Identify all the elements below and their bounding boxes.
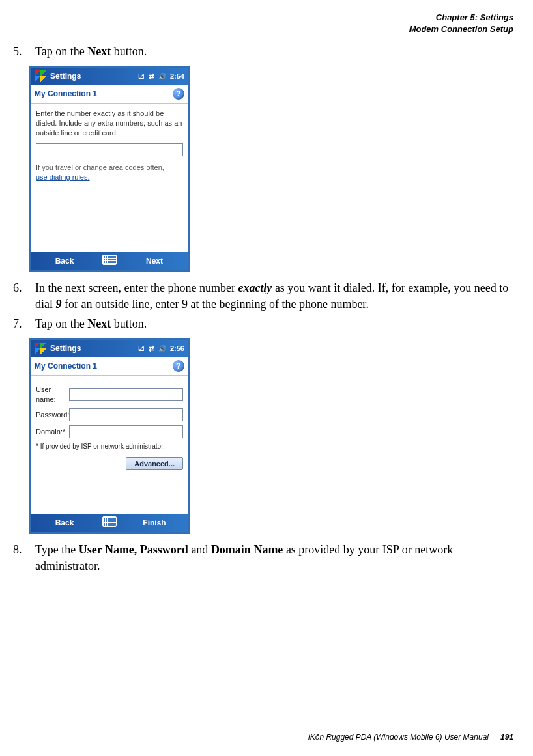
- advanced-button[interactable]: Advanced...: [126, 457, 183, 470]
- page-number: 191: [500, 733, 513, 742]
- text: and: [188, 543, 211, 556]
- clock-time: 2:56: [170, 344, 184, 354]
- step-number: 6.: [13, 280, 35, 312]
- clock-time: 2:54: [170, 72, 184, 81]
- pda-subheader: My Connection 1 ?: [31, 85, 188, 104]
- step-5: 5. Tap on the Next button.: [13, 44, 513, 59]
- pda-title: Settings: [50, 343, 81, 354]
- domain-row: Domain:*: [36, 425, 183, 438]
- keyboard-button[interactable]: [98, 255, 121, 268]
- pda-body: User name: Password: Domain:* * If provi…: [31, 376, 188, 514]
- volume-icon: [158, 344, 166, 354]
- finish-button[interactable]: Finish: [121, 518, 188, 528]
- pda-subheader: My Connection 1 ?: [31, 357, 188, 376]
- connection-name: My Connection 1: [35, 361, 97, 371]
- page-header: Chapter 5: Settings Modem Connection Set…: [13, 12, 513, 35]
- pda-title: Settings: [50, 71, 81, 81]
- step-number: 7.: [13, 316, 35, 331]
- page-footer: iKôn Rugged PDA (Windows Mobile 6) User …: [20, 733, 513, 742]
- username-label: User name:: [36, 385, 69, 404]
- bold-word: Next: [87, 317, 111, 330]
- pda-title-bar: Settings 2:56: [31, 340, 188, 357]
- pda-bottom-bar: Back Next: [31, 252, 188, 270]
- emph-word: 9: [56, 298, 62, 311]
- text: button.: [111, 45, 147, 58]
- screenshot-1: Settings 2:54 My Connection 1 ? Enter th…: [29, 66, 513, 272]
- text: Tap on the: [35, 317, 87, 330]
- network-icon: [149, 344, 154, 354]
- keyboard-icon: [102, 255, 117, 265]
- back-button[interactable]: Back: [31, 518, 98, 528]
- status-icons: 2:54: [138, 72, 184, 81]
- volume-icon: [158, 72, 166, 81]
- help-icon[interactable]: ?: [173, 360, 184, 372]
- domain-label: Domain:*: [36, 427, 69, 437]
- password-row: Password:: [36, 408, 183, 421]
- step-8: 8. Type the User Name, Password and Doma…: [13, 542, 513, 574]
- text: button.: [111, 317, 147, 330]
- bold-word: Next: [87, 45, 111, 58]
- next-button[interactable]: Next: [121, 256, 188, 266]
- dialing-note: If you travel or change area codes often…: [36, 163, 183, 182]
- keyboard-button[interactable]: [98, 516, 121, 529]
- chapter-line: Chapter 5: Settings: [13, 12, 513, 23]
- status-icons: 2:56: [138, 344, 184, 354]
- dialing-rules-link[interactable]: use dialing rules.: [36, 173, 90, 181]
- text: for an outside line, enter 9 at the begi…: [62, 298, 369, 311]
- step-7: 7. Tap on the Next button.: [13, 316, 513, 331]
- step-number: 8.: [13, 542, 35, 574]
- domain-input[interactable]: [69, 425, 183, 438]
- phone-number-input[interactable]: [36, 143, 183, 156]
- instruction-text: Enter the number exactly as it should be…: [36, 109, 183, 138]
- start-flag-icon[interactable]: [35, 343, 46, 354]
- step-text: In the next screen, enter the phone numb…: [35, 280, 513, 312]
- pda-body: Enter the number exactly as it should be…: [31, 104, 188, 252]
- advanced-row: Advanced...: [36, 457, 183, 470]
- text: In the next screen, enter the phone numb…: [35, 281, 238, 294]
- bold-phrase: Domain Name: [211, 543, 283, 556]
- step-text: Tap on the Next button.: [35, 44, 513, 59]
- section-line: Modem Connection Setup: [13, 23, 513, 35]
- step-number: 5.: [13, 44, 35, 59]
- step-text: Type the User Name, Password and Domain …: [35, 542, 513, 574]
- pda-bottom-bar: Back Finish: [31, 514, 188, 532]
- signal-icon: [138, 72, 145, 81]
- text: Type the: [35, 543, 79, 556]
- network-icon: [149, 72, 154, 81]
- username-row: User name:: [36, 385, 183, 404]
- pda-window: Settings 2:56 My Connection 1 ? User: [29, 338, 190, 534]
- start-flag-icon[interactable]: [35, 70, 46, 82]
- text: Tap on the: [35, 45, 87, 58]
- password-input[interactable]: [69, 408, 183, 421]
- help-icon[interactable]: ?: [173, 88, 184, 100]
- step-6: 6. In the next screen, enter the phone n…: [13, 280, 513, 312]
- footer-text: iKôn Rugged PDA (Windows Mobile 6) User …: [308, 733, 489, 742]
- password-label: Password:: [36, 410, 69, 420]
- username-input[interactable]: [69, 388, 183, 401]
- pda-window: Settings 2:54 My Connection 1 ? Enter th…: [29, 66, 190, 272]
- emph-word: exactly: [238, 281, 272, 294]
- keyboard-icon: [102, 516, 117, 527]
- screenshot-2: Settings 2:56 My Connection 1 ? User: [29, 338, 513, 534]
- step-text: Tap on the Next button.: [35, 316, 513, 331]
- domain-footnote: * If provided by ISP or network administ…: [36, 442, 183, 451]
- back-button[interactable]: Back: [31, 256, 98, 266]
- bold-phrase: User Name, Password: [79, 543, 188, 556]
- connection-name: My Connection 1: [35, 89, 97, 99]
- note-text: If you travel or change area codes often…: [36, 163, 164, 171]
- pda-title-bar: Settings 2:54: [31, 68, 188, 85]
- signal-icon: [138, 344, 145, 354]
